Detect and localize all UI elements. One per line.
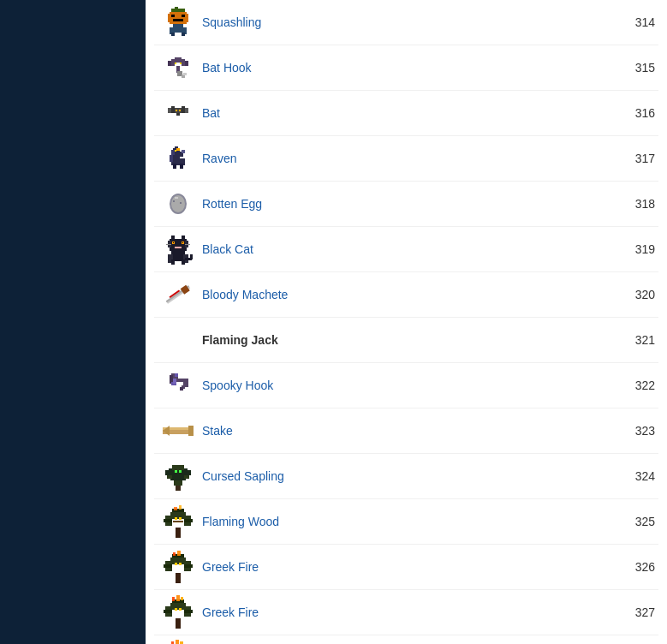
svg-rect-10 xyxy=(173,24,183,33)
svg-rect-67 xyxy=(171,259,175,265)
svg-rect-93 xyxy=(167,475,172,479)
squashling-number: 314 xyxy=(604,15,655,29)
svg-rect-2 xyxy=(170,12,187,24)
svg-rect-8 xyxy=(171,20,173,21)
list-item: Spooky Hook 322 xyxy=(154,363,658,408)
svg-rect-107 xyxy=(179,505,182,510)
svg-rect-36 xyxy=(171,150,175,155)
cursed-sapling-name[interactable]: Cursed Sapling xyxy=(199,469,604,483)
svg-rect-59 xyxy=(175,247,182,248)
svg-rect-120 xyxy=(173,552,176,556)
svg-rect-17 xyxy=(182,59,185,66)
svg-rect-42 xyxy=(173,164,176,169)
svg-rect-96 xyxy=(179,470,182,473)
black-cat-name[interactable]: Black Cat xyxy=(199,242,604,256)
svg-rect-108 xyxy=(175,517,177,520)
rotten-egg-number: 318 xyxy=(604,197,655,211)
bloody-machete-name[interactable]: Bloody Machete xyxy=(199,288,604,301)
list-item: Stake 323 xyxy=(154,408,658,454)
svg-rect-102 xyxy=(184,519,193,522)
svg-rect-57 xyxy=(173,242,174,243)
svg-rect-124 xyxy=(176,618,181,629)
stake-number: 323 xyxy=(604,424,655,438)
svg-rect-32 xyxy=(179,110,181,111)
svg-rect-29 xyxy=(168,108,171,113)
svg-rect-47 xyxy=(175,197,178,199)
svg-rect-68 xyxy=(182,259,185,265)
spooky-hook-icon xyxy=(158,368,199,402)
bat-hook-name[interactable]: Bat Hook xyxy=(199,61,604,75)
svg-rect-6 xyxy=(182,15,185,17)
svg-rect-1 xyxy=(175,7,178,10)
svg-rect-130 xyxy=(184,613,191,617)
list-item: Greek Fire 328 xyxy=(154,635,658,644)
svg-rect-49 xyxy=(180,202,182,204)
svg-rect-30 xyxy=(185,108,188,113)
rotten-egg-name[interactable]: Rotten Egg xyxy=(199,197,604,211)
svg-rect-105 xyxy=(170,512,186,519)
black-cat-number: 319 xyxy=(604,242,655,256)
svg-rect-5 xyxy=(171,15,175,17)
greek-fire-2-number: 327 xyxy=(604,605,655,619)
svg-rect-16 xyxy=(171,59,175,66)
raven-icon xyxy=(158,141,199,176)
squashling-name[interactable]: Squashling xyxy=(199,15,604,29)
svg-rect-132 xyxy=(170,603,186,610)
flaming-jack-icon xyxy=(158,323,199,357)
svg-rect-27 xyxy=(171,106,175,113)
svg-rect-60 xyxy=(166,244,171,245)
svg-rect-84 xyxy=(188,426,194,436)
list-item: Bat Hook 315 xyxy=(154,45,658,91)
bloody-machete-icon xyxy=(158,277,199,312)
bat-name[interactable]: Bat xyxy=(199,106,604,120)
svg-rect-103 xyxy=(184,522,191,526)
svg-rect-19 xyxy=(185,61,188,66)
svg-rect-100 xyxy=(165,522,172,526)
bloody-machete-number: 320 xyxy=(604,288,655,301)
cursed-sapling-number: 324 xyxy=(604,469,655,483)
list-item: Flaming Wood 325 xyxy=(154,499,658,545)
svg-rect-28 xyxy=(182,106,185,113)
svg-rect-114 xyxy=(165,568,172,571)
spooky-hook-number: 322 xyxy=(604,379,655,392)
greek-fire-1-name[interactable]: Greek Fire xyxy=(199,560,604,574)
stake-name[interactable]: Stake xyxy=(199,424,604,438)
svg-rect-13 xyxy=(171,33,175,36)
raven-name[interactable]: Raven xyxy=(199,152,604,165)
svg-rect-3 xyxy=(168,14,171,22)
greek-fire-1-icon xyxy=(158,550,199,584)
rotten-egg-icon xyxy=(158,187,199,221)
svg-rect-44 xyxy=(170,155,173,162)
svg-rect-134 xyxy=(176,595,180,601)
main-content: Squashling 314 Bat Hook 315 xyxy=(146,0,667,644)
cursed-sapling-icon xyxy=(158,459,199,493)
black-cat-icon xyxy=(158,232,199,266)
list-item: Squashling 314 xyxy=(154,0,658,45)
svg-rect-48 xyxy=(173,200,175,202)
list-item: Greek Fire 327 xyxy=(154,590,658,635)
svg-rect-126 xyxy=(164,610,172,613)
svg-rect-81 xyxy=(173,379,176,384)
svg-rect-113 xyxy=(164,564,172,568)
svg-rect-75 xyxy=(175,373,178,377)
svg-rect-111 xyxy=(176,573,181,583)
flaming-wood-icon xyxy=(158,504,199,539)
bat-hook-icon xyxy=(158,51,199,85)
spooky-hook-name[interactable]: Spooky Hook xyxy=(199,379,604,392)
greek-fire-2-name[interactable]: Greek Fire xyxy=(199,605,604,619)
svg-rect-135 xyxy=(181,597,183,600)
svg-rect-33 xyxy=(176,113,180,116)
svg-rect-79 xyxy=(180,387,183,391)
flaming-wood-name[interactable]: Flaming Wood xyxy=(199,515,604,528)
svg-rect-31 xyxy=(176,110,177,111)
bat-hook-number: 315 xyxy=(604,61,655,75)
svg-rect-148 xyxy=(176,640,179,644)
svg-rect-61 xyxy=(185,244,190,245)
sidebar xyxy=(0,0,146,644)
flaming-wood-number: 325 xyxy=(604,515,655,528)
list-item: Flaming Jack 321 xyxy=(154,318,658,363)
svg-rect-25 xyxy=(183,73,187,75)
bat-number: 316 xyxy=(604,106,655,120)
svg-rect-127 xyxy=(165,613,172,617)
svg-rect-116 xyxy=(184,564,193,568)
